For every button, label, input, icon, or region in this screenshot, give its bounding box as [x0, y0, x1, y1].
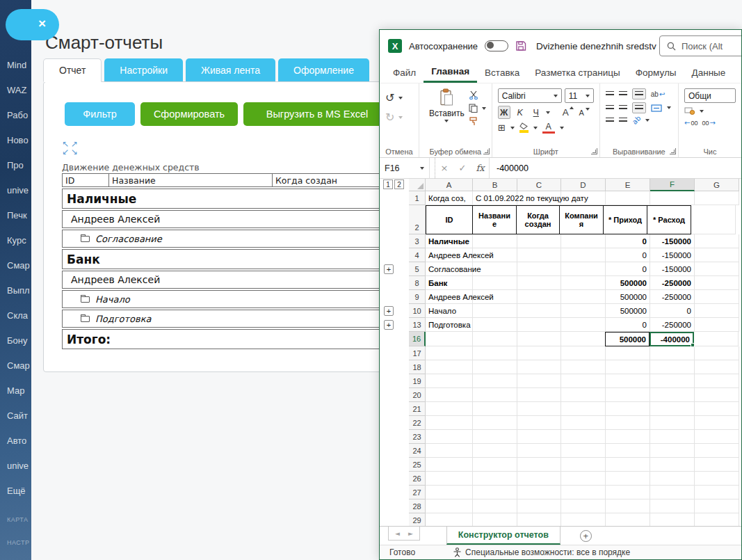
cell-B8[interactable]: [473, 276, 517, 290]
grid-cell[interactable]: [473, 360, 517, 374]
grid-cell[interactable]: [695, 374, 739, 388]
sidebar-item-1[interactable]: WAZ: [0, 78, 31, 103]
cell-D3[interactable]: [561, 234, 606, 248]
cell-E13[interactable]: 0: [606, 318, 650, 332]
grid-cell[interactable]: [561, 513, 606, 526]
cell-C3[interactable]: [517, 234, 561, 248]
grid-cell[interactable]: [606, 388, 650, 402]
cell-E2[interactable]: * Приход: [603, 205, 647, 234]
fill-handle[interactable]: [691, 343, 695, 347]
ribbon-tab-data[interactable]: Данные: [684, 62, 734, 83]
grid-cell[interactable]: [426, 388, 473, 402]
cell-A5[interactable]: Согласование: [426, 262, 473, 276]
grid-cell[interactable]: [426, 472, 473, 486]
increase-indent-icon[interactable]: [619, 118, 627, 123]
grid-cell[interactable]: [426, 402, 473, 416]
grid-cell[interactable]: [650, 444, 695, 458]
grid-cell[interactable]: [473, 388, 517, 402]
cell-D5[interactable]: [561, 262, 606, 276]
grid-cell[interactable]: [517, 388, 561, 402]
cell-F2[interactable]: * Расход: [647, 205, 691, 234]
cell-B16[interactable]: [473, 332, 517, 346]
grid-cell[interactable]: [695, 486, 739, 499]
search-box[interactable]: Поиск (Alt: [659, 35, 742, 56]
sidebar-item-11[interactable]: Бону: [0, 328, 31, 353]
cell-G1[interactable]: [695, 191, 739, 205]
cell-A13[interactable]: Подготовка: [426, 318, 473, 332]
cell-A1[interactable]: Когда соз,: [426, 191, 473, 205]
row-header-29[interactable]: 29: [409, 513, 426, 526]
grid-cell[interactable]: [561, 416, 606, 430]
row-header-19[interactable]: 19: [409, 374, 426, 388]
grid-cell[interactable]: [473, 486, 517, 499]
grid-cell[interactable]: [561, 486, 606, 499]
row-header-4[interactable]: 4: [409, 248, 426, 262]
grid-cell[interactable]: [473, 416, 517, 430]
grid-cell[interactable]: [561, 388, 606, 402]
align-left-icon[interactable]: [606, 105, 614, 111]
grid-cell[interactable]: [561, 360, 606, 374]
sidebar-item-10[interactable]: Скла: [0, 303, 31, 328]
decrease-indent-icon[interactable]: [606, 118, 614, 123]
add-sheet-button[interactable]: +: [580, 530, 592, 542]
cell-C10[interactable]: [517, 304, 561, 318]
cell-F1[interactable]: [650, 191, 695, 205]
grid-cell[interactable]: [426, 360, 473, 374]
row-header-16[interactable]: 16: [409, 332, 426, 346]
cell-A10[interactable]: Начало: [426, 304, 473, 318]
sidebar-footer-item-0[interactable]: КАРТА: [0, 509, 31, 531]
cell-F8[interactable]: -250000: [650, 276, 695, 290]
grid-cell[interactable]: [606, 513, 650, 526]
grid-cell[interactable]: [473, 346, 517, 360]
grid-cell[interactable]: [517, 513, 561, 526]
cell-G9[interactable]: [695, 290, 739, 304]
cell-G5[interactable]: [695, 262, 739, 276]
cell-F16-selected[interactable]: -400000: [650, 332, 694, 346]
row-header-20[interactable]: 20: [409, 388, 426, 402]
grid-cell[interactable]: [473, 374, 517, 388]
document-title[interactable]: Dvizhenie denezhnih sredstv: [536, 41, 665, 51]
row-header-21[interactable]: 21: [409, 402, 426, 416]
grid-cell[interactable]: [695, 388, 739, 402]
grid-cell[interactable]: [606, 458, 650, 472]
column-header-A[interactable]: A: [426, 179, 473, 191]
cell-G10[interactable]: [695, 304, 739, 318]
orientation-button[interactable]: ab: [632, 116, 640, 124]
grid-cell[interactable]: [517, 499, 561, 513]
grid-cell[interactable]: [517, 472, 561, 486]
grid-cell[interactable]: [426, 346, 473, 360]
sidebar-item-4[interactable]: Про: [0, 153, 31, 178]
row-header-3[interactable]: 3: [409, 234, 426, 248]
grid-cell[interactable]: [695, 430, 739, 444]
row-header-24[interactable]: 24: [409, 444, 426, 458]
row-header-27[interactable]: 27: [409, 486, 426, 499]
grid-cell[interactable]: [517, 416, 561, 430]
row-header-2[interactable]: 2: [409, 205, 426, 234]
grid-cell[interactable]: [517, 444, 561, 458]
row-header-10[interactable]: 10: [409, 304, 426, 318]
grid-cell[interactable]: [426, 486, 473, 499]
select-all-corner[interactable]: [409, 179, 426, 191]
column-header-G[interactable]: G: [695, 179, 739, 191]
cell-A2[interactable]: ID: [426, 205, 473, 234]
merge-center-icon[interactable]: [651, 104, 662, 113]
outline-expand-button[interactable]: +: [384, 306, 394, 316]
formula-bar-splitter[interactable]: [430, 158, 435, 178]
dialog-launcher-icon[interactable]: [670, 148, 676, 154]
row-header-25[interactable]: 25: [409, 458, 426, 472]
grid-cell[interactable]: [426, 416, 473, 430]
cell-F9[interactable]: -250000: [650, 290, 695, 304]
grid-cell[interactable]: [606, 499, 650, 513]
sidebar-item-13[interactable]: Мар: [0, 378, 31, 403]
excel-logo-icon[interactable]: X: [388, 39, 402, 53]
grid-cell[interactable]: [517, 458, 561, 472]
cell-C2[interactable]: Когда создан: [516, 205, 560, 234]
sidebar-item-6[interactable]: Печк: [0, 203, 31, 228]
accessibility-status[interactable]: Специальные возможности: все в порядке: [453, 547, 630, 557]
formula-input[interactable]: -400000: [490, 158, 741, 178]
enter-button[interactable]: ✓: [453, 158, 471, 178]
grid-cell[interactable]: [650, 513, 695, 526]
grid-cell[interactable]: [606, 430, 650, 444]
cell-F10[interactable]: 0: [650, 304, 695, 318]
grid-cell[interactable]: [561, 374, 606, 388]
